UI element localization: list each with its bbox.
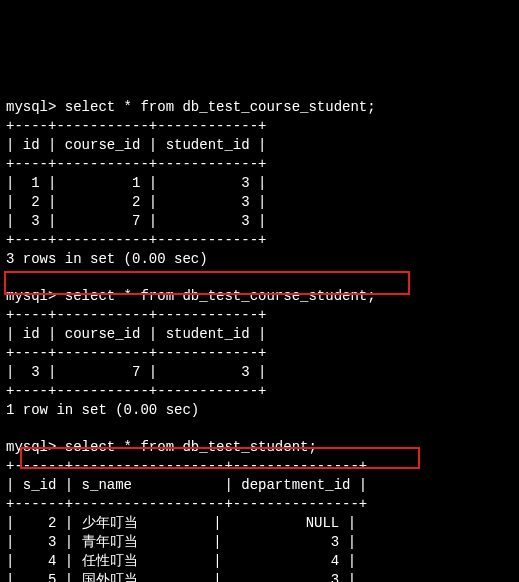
- table-border: +----+-----------+------------+: [6, 232, 266, 248]
- table-border: +------+------------------+-------------…: [6, 458, 367, 474]
- status-line: 3 rows in set (0.00 sec): [6, 251, 208, 267]
- table-border: +----+-----------+------------+: [6, 156, 266, 172]
- table-header: | s_id | s_name | department_id |: [6, 477, 367, 493]
- table-row: | 3 | 7 | 3 |: [6, 364, 266, 380]
- table-row: | 4 | 任性叮当 | 4 |: [6, 553, 356, 569]
- status-line: 1 row in set (0.00 sec): [6, 402, 199, 418]
- terminal-output: mysql> select * from db_test_course_stud…: [6, 80, 513, 582]
- table-border: +----+-----------+------------+: [6, 307, 266, 323]
- table-header: | id | course_id | student_id |: [6, 137, 266, 153]
- mysql-prompt: mysql>: [6, 99, 65, 115]
- table-border: +----+-----------+------------+: [6, 118, 266, 134]
- table-row: | 2 | 少年叮当 | NULL |: [6, 515, 356, 531]
- table-border: +----+-----------+------------+: [6, 345, 266, 361]
- table-row: | 2 | 2 | 3 |: [6, 194, 266, 210]
- sql-statement: select * from db_test_course_student;: [65, 288, 376, 304]
- table-row: | 1 | 1 | 3 |: [6, 175, 266, 191]
- table-border: +----+-----------+------------+: [6, 383, 266, 399]
- mysql-prompt: mysql>: [6, 288, 65, 304]
- sql-statement: select * from db_test_student;: [65, 439, 317, 455]
- table-header: | id | course_id | student_id |: [6, 326, 266, 342]
- table-row: | 3 | 青年叮当 | 3 |: [6, 534, 356, 550]
- table-border: +------+------------------+-------------…: [6, 496, 367, 512]
- table-row: | 3 | 7 | 3 |: [6, 213, 266, 229]
- mysql-prompt: mysql>: [6, 439, 65, 455]
- table-row: | 5 | 国外叮当 | 3 |: [6, 572, 356, 582]
- sql-statement: select * from db_test_course_student;: [65, 99, 376, 115]
